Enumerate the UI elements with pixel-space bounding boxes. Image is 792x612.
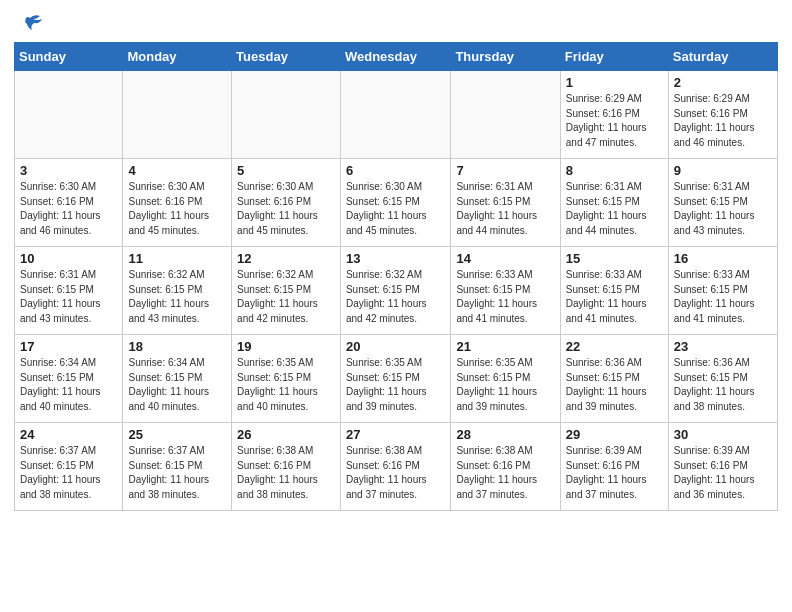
day-cell: 9Sunrise: 6:31 AMSunset: 6:15 PMDaylight… [668, 159, 777, 247]
day-cell: 17Sunrise: 6:34 AMSunset: 6:15 PMDayligh… [15, 335, 123, 423]
day-number: 22 [566, 339, 663, 354]
col-header-wednesday: Wednesday [340, 43, 450, 71]
col-header-monday: Monday [123, 43, 232, 71]
day-number: 1 [566, 75, 663, 90]
day-info: Sunrise: 6:39 AMSunset: 6:16 PMDaylight:… [674, 444, 772, 502]
day-cell: 6Sunrise: 6:30 AMSunset: 6:15 PMDaylight… [340, 159, 450, 247]
day-cell [123, 71, 232, 159]
day-info: Sunrise: 6:31 AMSunset: 6:15 PMDaylight:… [20, 268, 117, 326]
day-info: Sunrise: 6:37 AMSunset: 6:15 PMDaylight:… [20, 444, 117, 502]
day-cell: 23Sunrise: 6:36 AMSunset: 6:15 PMDayligh… [668, 335, 777, 423]
col-header-thursday: Thursday [451, 43, 560, 71]
day-cell: 20Sunrise: 6:35 AMSunset: 6:15 PMDayligh… [340, 335, 450, 423]
day-number: 8 [566, 163, 663, 178]
day-number: 15 [566, 251, 663, 266]
day-number: 17 [20, 339, 117, 354]
day-info: Sunrise: 6:30 AMSunset: 6:16 PMDaylight:… [20, 180, 117, 238]
day-cell: 15Sunrise: 6:33 AMSunset: 6:15 PMDayligh… [560, 247, 668, 335]
day-number: 4 [128, 163, 226, 178]
day-number: 7 [456, 163, 554, 178]
day-cell [232, 71, 341, 159]
day-info: Sunrise: 6:38 AMSunset: 6:16 PMDaylight:… [456, 444, 554, 502]
day-cell: 30Sunrise: 6:39 AMSunset: 6:16 PMDayligh… [668, 423, 777, 511]
day-info: Sunrise: 6:34 AMSunset: 6:15 PMDaylight:… [128, 356, 226, 414]
day-info: Sunrise: 6:30 AMSunset: 6:16 PMDaylight:… [237, 180, 335, 238]
day-cell: 16Sunrise: 6:33 AMSunset: 6:15 PMDayligh… [668, 247, 777, 335]
day-cell [340, 71, 450, 159]
day-number: 13 [346, 251, 445, 266]
day-info: Sunrise: 6:35 AMSunset: 6:15 PMDaylight:… [346, 356, 445, 414]
day-info: Sunrise: 6:35 AMSunset: 6:15 PMDaylight:… [456, 356, 554, 414]
day-info: Sunrise: 6:31 AMSunset: 6:15 PMDaylight:… [674, 180, 772, 238]
day-number: 24 [20, 427, 117, 442]
day-info: Sunrise: 6:31 AMSunset: 6:15 PMDaylight:… [456, 180, 554, 238]
day-cell: 3Sunrise: 6:30 AMSunset: 6:16 PMDaylight… [15, 159, 123, 247]
day-cell: 19Sunrise: 6:35 AMSunset: 6:15 PMDayligh… [232, 335, 341, 423]
day-cell: 7Sunrise: 6:31 AMSunset: 6:15 PMDaylight… [451, 159, 560, 247]
day-cell: 1Sunrise: 6:29 AMSunset: 6:16 PMDaylight… [560, 71, 668, 159]
calendar-header-row: SundayMondayTuesdayWednesdayThursdayFrid… [15, 43, 778, 71]
week-row-3: 10Sunrise: 6:31 AMSunset: 6:15 PMDayligh… [15, 247, 778, 335]
day-info: Sunrise: 6:30 AMSunset: 6:15 PMDaylight:… [346, 180, 445, 238]
day-number: 16 [674, 251, 772, 266]
day-cell [451, 71, 560, 159]
day-info: Sunrise: 6:32 AMSunset: 6:15 PMDaylight:… [237, 268, 335, 326]
day-info: Sunrise: 6:33 AMSunset: 6:15 PMDaylight:… [674, 268, 772, 326]
day-info: Sunrise: 6:33 AMSunset: 6:15 PMDaylight:… [456, 268, 554, 326]
day-info: Sunrise: 6:31 AMSunset: 6:15 PMDaylight:… [566, 180, 663, 238]
day-info: Sunrise: 6:38 AMSunset: 6:16 PMDaylight:… [346, 444, 445, 502]
day-number: 21 [456, 339, 554, 354]
day-info: Sunrise: 6:29 AMSunset: 6:16 PMDaylight:… [566, 92, 663, 150]
day-cell: 13Sunrise: 6:32 AMSunset: 6:15 PMDayligh… [340, 247, 450, 335]
day-number: 12 [237, 251, 335, 266]
day-number: 28 [456, 427, 554, 442]
col-header-saturday: Saturday [668, 43, 777, 71]
day-cell: 18Sunrise: 6:34 AMSunset: 6:15 PMDayligh… [123, 335, 232, 423]
calendar-container: SundayMondayTuesdayWednesdayThursdayFrid… [0, 42, 792, 525]
day-info: Sunrise: 6:36 AMSunset: 6:15 PMDaylight:… [674, 356, 772, 414]
col-header-tuesday: Tuesday [232, 43, 341, 71]
day-number: 29 [566, 427, 663, 442]
day-cell: 21Sunrise: 6:35 AMSunset: 6:15 PMDayligh… [451, 335, 560, 423]
day-number: 10 [20, 251, 117, 266]
day-cell: 28Sunrise: 6:38 AMSunset: 6:16 PMDayligh… [451, 423, 560, 511]
day-number: 9 [674, 163, 772, 178]
day-number: 23 [674, 339, 772, 354]
day-info: Sunrise: 6:38 AMSunset: 6:16 PMDaylight:… [237, 444, 335, 502]
day-cell: 25Sunrise: 6:37 AMSunset: 6:15 PMDayligh… [123, 423, 232, 511]
day-number: 30 [674, 427, 772, 442]
day-cell: 29Sunrise: 6:39 AMSunset: 6:16 PMDayligh… [560, 423, 668, 511]
day-number: 25 [128, 427, 226, 442]
day-number: 26 [237, 427, 335, 442]
week-row-1: 1Sunrise: 6:29 AMSunset: 6:16 PMDaylight… [15, 71, 778, 159]
day-cell: 26Sunrise: 6:38 AMSunset: 6:16 PMDayligh… [232, 423, 341, 511]
page-header [0, 0, 792, 42]
logo [20, 16, 44, 34]
week-row-4: 17Sunrise: 6:34 AMSunset: 6:15 PMDayligh… [15, 335, 778, 423]
day-number: 2 [674, 75, 772, 90]
day-number: 27 [346, 427, 445, 442]
day-cell: 14Sunrise: 6:33 AMSunset: 6:15 PMDayligh… [451, 247, 560, 335]
day-cell: 12Sunrise: 6:32 AMSunset: 6:15 PMDayligh… [232, 247, 341, 335]
col-header-sunday: Sunday [15, 43, 123, 71]
day-info: Sunrise: 6:29 AMSunset: 6:16 PMDaylight:… [674, 92, 772, 150]
day-cell: 5Sunrise: 6:30 AMSunset: 6:16 PMDaylight… [232, 159, 341, 247]
day-cell: 11Sunrise: 6:32 AMSunset: 6:15 PMDayligh… [123, 247, 232, 335]
col-header-friday: Friday [560, 43, 668, 71]
day-number: 6 [346, 163, 445, 178]
day-number: 11 [128, 251, 226, 266]
day-number: 14 [456, 251, 554, 266]
day-info: Sunrise: 6:30 AMSunset: 6:16 PMDaylight:… [128, 180, 226, 238]
day-number: 19 [237, 339, 335, 354]
day-cell: 27Sunrise: 6:38 AMSunset: 6:16 PMDayligh… [340, 423, 450, 511]
day-info: Sunrise: 6:32 AMSunset: 6:15 PMDaylight:… [128, 268, 226, 326]
week-row-5: 24Sunrise: 6:37 AMSunset: 6:15 PMDayligh… [15, 423, 778, 511]
day-number: 5 [237, 163, 335, 178]
day-cell: 10Sunrise: 6:31 AMSunset: 6:15 PMDayligh… [15, 247, 123, 335]
calendar-table: SundayMondayTuesdayWednesdayThursdayFrid… [14, 42, 778, 511]
day-info: Sunrise: 6:39 AMSunset: 6:16 PMDaylight:… [566, 444, 663, 502]
day-info: Sunrise: 6:36 AMSunset: 6:15 PMDaylight:… [566, 356, 663, 414]
day-number: 18 [128, 339, 226, 354]
day-number: 20 [346, 339, 445, 354]
day-cell: 8Sunrise: 6:31 AMSunset: 6:15 PMDaylight… [560, 159, 668, 247]
